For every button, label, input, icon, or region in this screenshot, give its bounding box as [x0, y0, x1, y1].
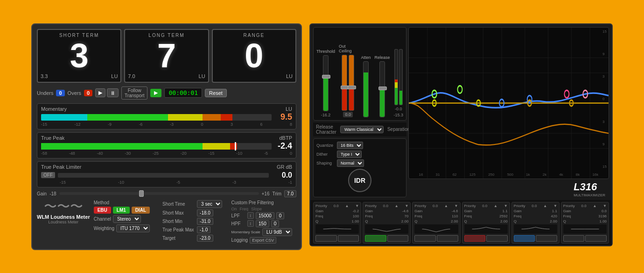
band4-btn2[interactable]	[486, 235, 508, 242]
band2-btn2[interactable]	[387, 235, 409, 242]
level-value-right: -15.3	[393, 113, 403, 117]
weighting-row: Weighting ITU 1770	[94, 224, 159, 232]
band5-q: 2.00	[550, 219, 557, 223]
band6-btn2[interactable]	[585, 235, 607, 242]
target-row: Target -23.0	[162, 235, 227, 242]
gain-slider[interactable]	[59, 192, 259, 195]
limiter-bar: OFF 0.0	[41, 171, 292, 180]
weighting-select[interactable]: ITU 1770	[116, 224, 150, 232]
export-csv-button[interactable]: Export CSV	[250, 237, 276, 244]
short-max-label: Short Max	[162, 210, 195, 216]
long-term-meter: LONG TERM 7 7.0 LU	[124, 29, 209, 83]
off-badge: OFF	[41, 172, 55, 178]
short-max-value: -18.0	[197, 209, 213, 216]
hpf-toggle[interactable]: ↕	[247, 220, 254, 227]
reset-button[interactable]: Reset	[205, 89, 227, 97]
band2-btns	[365, 235, 408, 242]
eq-display: 16 31 62 125 250 500 1k 2k 4k 8k 16k	[408, 27, 609, 179]
custom-pre-label: Custom Pre Filtering	[231, 200, 296, 205]
band3-graph	[414, 224, 458, 234]
band6-btn1[interactable]	[563, 235, 585, 242]
band4-btn1[interactable]	[464, 235, 486, 242]
band3-btns	[414, 235, 458, 242]
lpf-row: LPF ↕ 15000 0	[231, 212, 296, 219]
range-meter: RANGE 0 LU	[212, 29, 296, 83]
momentary-scale-label: Momentary Scale	[231, 230, 260, 234]
release-track[interactable]	[379, 61, 385, 117]
waves-icon: 〜〜〜	[44, 200, 83, 213]
band5-gain: 1.1	[552, 209, 557, 213]
release-thumb[interactable]	[378, 86, 387, 90]
out-ceil-thumb-r[interactable]	[348, 86, 356, 89]
band-2: Priority 0.0 ▲ ▼ Gain -4.6 Freq 70 Q 2.0…	[363, 202, 411, 244]
eq-svg	[409, 28, 609, 179]
band5-priority-row: Priority 0.0 ▲ ▼	[514, 204, 557, 208]
band5-priority: 0.0	[532, 204, 537, 208]
release-char-select[interactable]: Warm Classical	[340, 126, 384, 133]
threshold-thumb[interactable]	[322, 75, 330, 79]
bar-green	[87, 114, 168, 121]
threshold-track[interactable]	[323, 55, 329, 111]
eq-db-labels: 15 9 3 0 3 9 15	[602, 28, 607, 171]
unders-value: 0	[56, 90, 64, 96]
ebu-button[interactable]: EBU	[94, 207, 111, 214]
short-min-row: Short Min -31.0	[162, 218, 227, 225]
gain-right: +16	[262, 191, 270, 196]
channel-select[interactable]: Stereo	[113, 215, 141, 223]
band5-btn1[interactable]	[514, 235, 535, 242]
band2-graph	[365, 224, 408, 234]
down-arrow-1[interactable]: ▼	[355, 204, 359, 208]
l316-top: Threshold -16.2 Out Ceiling	[310, 24, 612, 200]
momentary-ticks: -15 -12 -9 -6 -3 0 3 6 8	[41, 122, 292, 127]
band4-q-row: Q 2.00	[464, 219, 508, 223]
timecode-display: 00:00:01	[164, 88, 202, 98]
unders-label: Unders	[37, 90, 53, 96]
short-time-select[interactable]: 3 sec	[197, 200, 222, 208]
weighting-label: Weighting	[94, 226, 114, 231]
band2-gain-row: Gain -4.6	[365, 209, 408, 213]
truepeak-section: True Peak dBTP -2.4 -58 -48 -40 -30 -25 …	[37, 132, 296, 158]
gain-thumb[interactable]	[139, 190, 144, 197]
lm1-button[interactable]: LM1	[113, 207, 130, 214]
band2-priority-row: Priority 0.0 ▲ ▼	[365, 204, 408, 208]
band5-q-row: Q 2.00	[514, 219, 557, 223]
idr-button[interactable]: IDR	[348, 169, 371, 192]
quantize-select[interactable]: 16 Bits	[337, 142, 363, 149]
band1-gain: -0.2	[352, 209, 359, 213]
hpf-freq: 150	[256, 220, 269, 227]
band2-q: 2.00	[401, 219, 409, 223]
band2-gain: -4.6	[402, 209, 409, 213]
pause-button[interactable]: ⏸	[107, 88, 119, 97]
play-button[interactable]: ▶	[95, 88, 105, 97]
dial-button[interactable]: DIAL	[132, 207, 150, 214]
band6-gain: 0.0	[602, 209, 607, 213]
quantize-row: Quantize 16 Bits	[316, 142, 403, 149]
out-ceiling-track-right[interactable]	[349, 55, 354, 111]
truepeak-track	[41, 143, 272, 150]
band3-btn2[interactable]	[437, 235, 458, 242]
band2-btn1[interactable]	[365, 235, 386, 242]
dither-label: Dither	[316, 152, 335, 157]
band3-btn1[interactable]	[414, 235, 436, 242]
band1-btn2[interactable]	[338, 235, 359, 242]
band4-priority-row: Priority 0.0 ▲ ▼	[464, 204, 508, 208]
lpf-toggle[interactable]: ↕	[247, 212, 254, 219]
up-arrow-1[interactable]: ▲	[345, 204, 349, 208]
transport-controls[interactable]: ▶ ⏸	[95, 88, 119, 97]
target-value: -23.0	[197, 235, 213, 242]
band1-btn1[interactable]	[315, 235, 337, 242]
momentary-scale-select[interactable]: LU 9dB	[262, 228, 292, 236]
atten-track[interactable]	[363, 61, 369, 117]
momentary-section: Momentary LU 9.5 -15 -12 -9 -6 -3 0	[37, 103, 296, 129]
band4-freq: 2592	[499, 214, 508, 218]
out-ceiling-track-left[interactable]	[342, 55, 347, 111]
dither-select[interactable]: Type I	[337, 151, 362, 158]
hpf-row: HPF ↕ 150 0	[231, 220, 296, 227]
band4-q: 2.00	[500, 219, 508, 223]
shaping-select[interactable]: Normal	[337, 159, 364, 167]
band6-q: 1.00	[599, 219, 607, 223]
short-min-value: -31.0	[197, 218, 213, 225]
band5-btn2[interactable]	[536, 235, 557, 242]
short-term-value: 3	[41, 39, 118, 72]
band3-priority-row: Priority 0.0 ▲ ▼	[414, 204, 458, 208]
